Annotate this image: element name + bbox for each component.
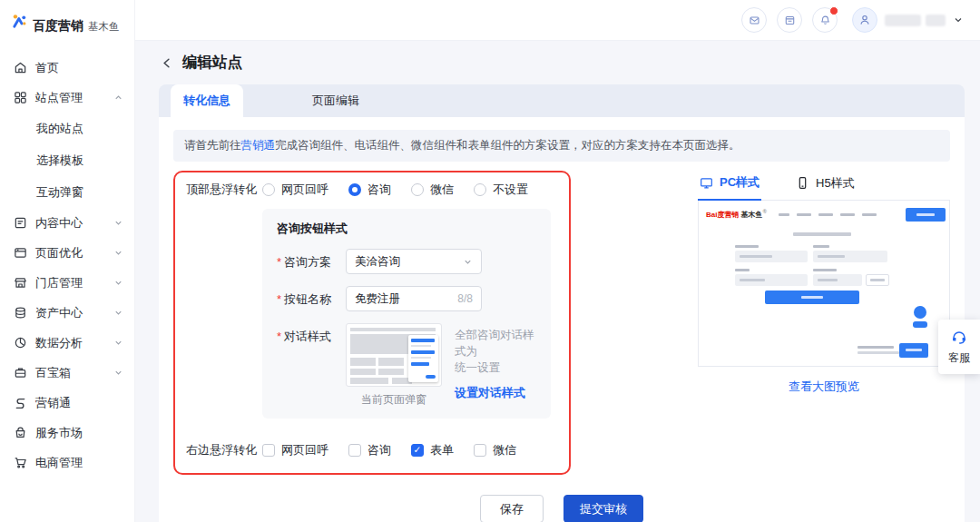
radio-icon[interactable] — [411, 183, 424, 196]
radio-icon[interactable] — [348, 183, 361, 196]
sidebar-item-label: 站点管理 — [35, 90, 83, 106]
marketing-tong-link[interactable]: 营销通 — [241, 139, 276, 152]
radio-label: 咨询 — [368, 182, 391, 198]
tab-conversion-info[interactable]: 转化信息 — [171, 84, 243, 117]
checkbox-label: 微信 — [493, 442, 516, 458]
mini-code-button — [866, 274, 889, 286]
chevron-down-icon — [113, 368, 123, 378]
sidebar-item-label: 电商管理 — [35, 455, 83, 471]
chevron-down-icon — [113, 248, 123, 258]
thumb-block — [378, 358, 404, 366]
sidebar-item-page-optimization[interactable]: 页面优化 — [0, 238, 134, 268]
field-label: *咨询方案 — [277, 249, 346, 274]
sidebar-item-choose-template[interactable]: 选择模板 — [0, 144, 134, 176]
thumb-block — [378, 369, 404, 375]
mini-field-label — [813, 269, 837, 271]
checkbox-label: 咨询 — [368, 442, 391, 458]
mini-float-circle — [914, 306, 926, 319]
main-content: 编辑站点 转化信息 页面编辑 请首先前往营销通完成咨询组件、电话组件、微信组件和… — [134, 41, 980, 522]
radio-consult[interactable]: 咨询 — [348, 182, 391, 198]
account-menu[interactable] — [852, 7, 964, 33]
right-float-options: 网页回呼 咨询 表单 微信 — [262, 442, 516, 458]
mini-form-title — [793, 232, 851, 236]
editor-card: 转化信息 页面编辑 请首先前往营销通完成咨询组件、电话组件、微信组件和表单组件的… — [159, 84, 965, 522]
sidebar-item-store-management[interactable]: 门店管理 — [0, 268, 134, 298]
view-large-preview-link[interactable]: 查看大图预览 — [698, 379, 950, 395]
sidebar-item-label: 门店管理 — [35, 275, 83, 291]
messages-button[interactable] — [741, 7, 767, 33]
pie-chart-icon — [14, 336, 27, 350]
support-label: 客服 — [948, 350, 970, 366]
mini-nav-item — [797, 213, 811, 216]
sidebar-item-service-market[interactable]: 服务市场 — [0, 418, 134, 448]
toolbox-icon — [14, 366, 27, 379]
dialog-style-thumbnail[interactable] — [346, 323, 442, 387]
mini-input — [735, 251, 808, 262]
consult-plan-select[interactable]: 美洽咨询 — [346, 249, 482, 274]
checkbox-wechat[interactable]: 微信 — [474, 442, 516, 458]
notice-text: 完成咨询组件、电话组件、微信组件和表单组件的方案设置，对应的方案支持在本页面选择… — [275, 139, 740, 152]
radio-none[interactable]: 不设置 — [474, 182, 528, 198]
button-name-input[interactable]: 免费注册 8/8 — [346, 286, 482, 311]
avatar — [852, 7, 877, 33]
tab-bar: 转化信息 页面编辑 — [159, 84, 965, 117]
sidebar-item-content-center[interactable]: 内容中心 — [0, 208, 134, 238]
mini-logo-reg: ® — [762, 209, 766, 214]
thumb-block — [350, 378, 388, 384]
sidebar-item-interactive-popup[interactable]: 互动弹窗 — [0, 176, 134, 208]
shopping-bag-icon — [14, 426, 27, 439]
select-value: 美洽咨询 — [355, 254, 400, 270]
checkbox-icon[interactable] — [474, 444, 486, 457]
checkbox-icon[interactable] — [411, 444, 424, 457]
sidebar-item-marketing-tong[interactable]: 营销通 — [0, 388, 134, 418]
sidebar-sub-label: 选择模板 — [36, 153, 83, 169]
calendar-icon — [784, 15, 796, 26]
required-asterisk: * — [277, 330, 281, 343]
radio-wechat[interactable]: 微信 — [411, 182, 454, 198]
preview-tab-label: PC样式 — [720, 174, 760, 191]
radio-icon[interactable] — [262, 183, 275, 196]
field-label: 右边悬浮转化 — [186, 442, 262, 458]
back-button[interactable] — [161, 56, 174, 70]
save-button[interactable]: 保存 — [480, 495, 544, 522]
sidebar-item-toolbox[interactable]: 百宝箱 — [0, 358, 134, 388]
report-button[interactable] — [777, 7, 802, 33]
button-name-row: *按钮名称 免费注册 8/8 — [277, 286, 536, 311]
radio-web-callback[interactable]: 网页回呼 — [262, 182, 328, 198]
panel-title: 咨询按钮样式 — [277, 221, 536, 237]
submit-review-button[interactable]: 提交审核 — [564, 495, 643, 522]
sidebar-item-site-management[interactable]: 站点管理 — [0, 83, 134, 113]
database-icon — [14, 306, 27, 320]
tab-page-edit[interactable]: 页面编辑 — [299, 84, 372, 117]
sidebar-item-ecommerce[interactable]: 电商管理 — [0, 448, 134, 478]
checkbox-form[interactable]: 表单 — [411, 442, 454, 458]
preview-tab-pc[interactable]: PC样式 — [698, 171, 761, 201]
checkbox-icon[interactable] — [348, 444, 361, 457]
checkbox-icon[interactable] — [262, 444, 275, 457]
field-label-text: 咨询方案 — [284, 255, 331, 269]
customer-service-widget[interactable]: 客服 — [938, 320, 980, 374]
home-icon — [14, 61, 27, 74]
mini-footer-text — [858, 351, 899, 354]
sidebar-item-label: 内容中心 — [35, 215, 83, 231]
checkbox-consult[interactable]: 咨询 — [348, 442, 391, 458]
sidebar-sub-label: 我的站点 — [36, 121, 83, 137]
brand-mark-icon — [11, 13, 28, 30]
char-counter: 8/8 — [457, 292, 473, 305]
checkbox-web-callback[interactable]: 网页回呼 — [262, 442, 328, 458]
notifications-button[interactable] — [812, 7, 838, 33]
field-label: *对话样式 — [277, 323, 346, 408]
preview-tab-h5[interactable]: H5样式 — [794, 171, 857, 200]
radio-icon[interactable] — [474, 183, 486, 196]
sidebar-item-data-analysis[interactable]: 数据分析 — [0, 328, 134, 358]
preview-tab-label: H5样式 — [816, 175, 855, 192]
bell-icon — [819, 15, 831, 26]
set-dialog-style-link[interactable]: 设置对话样式 — [455, 385, 536, 401]
brand-subname: 基木鱼 — [88, 20, 120, 34]
field-label: 顶部悬浮转化 — [186, 182, 262, 198]
dialog-style-thumbnail-wrap: 当前页面弹窗 — [346, 323, 442, 408]
sidebar-item-asset-center[interactable]: 资产中心 — [0, 298, 134, 328]
sidebar-item-home[interactable]: 首页 — [0, 53, 134, 83]
sidebar-item-my-sites[interactable]: 我的站点 — [0, 113, 134, 144]
chevron-down-icon — [113, 338, 123, 348]
